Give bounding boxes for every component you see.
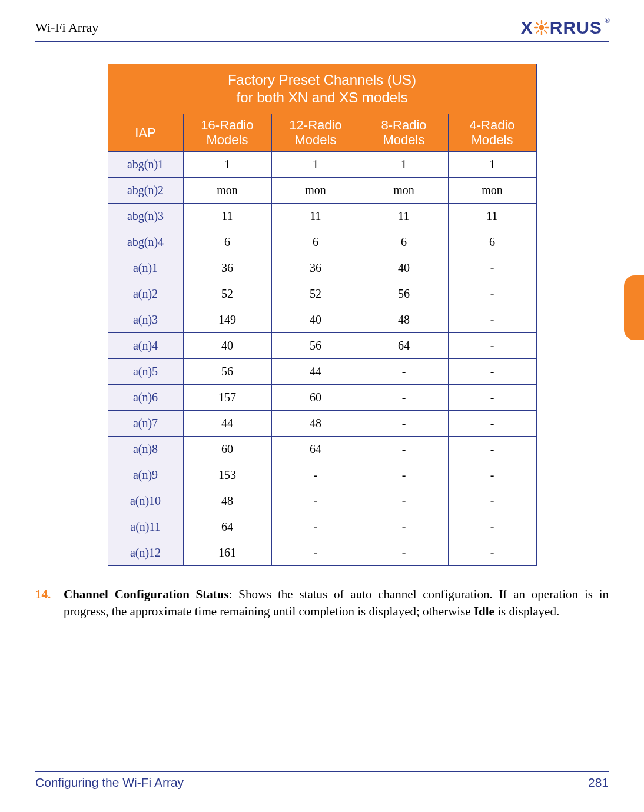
brand-logo: X: [521, 18, 609, 38]
cell: mon: [360, 177, 448, 203]
cell: -: [448, 462, 536, 488]
cell: -: [448, 540, 536, 565]
table-row: a(n)74448--: [108, 410, 536, 436]
cell: -: [360, 488, 448, 514]
cell: -: [448, 281, 536, 307]
col-4: 4-RadioModels: [448, 114, 536, 152]
row-iap: abg(n)1: [108, 151, 183, 177]
cell: 64: [183, 514, 271, 540]
cell: 149: [183, 307, 271, 332]
cell: -: [448, 384, 536, 410]
cell: 6: [271, 229, 360, 255]
table-row: a(n)4405664-: [108, 332, 536, 358]
row-iap: a(n)10: [108, 488, 183, 514]
burst-icon: [534, 20, 549, 35]
table-row: a(n)1048---: [108, 488, 536, 514]
row-iap: a(n)12: [108, 540, 183, 565]
cell: -: [360, 462, 448, 488]
table-row: a(n)31494048-: [108, 307, 536, 332]
cell: -: [360, 436, 448, 462]
cell: -: [271, 488, 360, 514]
svg-line-6: [545, 31, 547, 33]
cell: 64: [360, 332, 448, 358]
cell: -: [271, 540, 360, 565]
cell: 48: [360, 307, 448, 332]
cell: 36: [183, 255, 271, 281]
table-row: abg(n)2monmonmonmon: [108, 177, 536, 203]
cell: 64: [271, 436, 360, 462]
svg-line-5: [536, 23, 539, 25]
cell: 1: [183, 151, 271, 177]
list-text: Channel Configuration Status: Shows the …: [64, 586, 609, 621]
cell: -: [448, 307, 536, 332]
cell: 1: [271, 151, 360, 177]
cell: -: [360, 410, 448, 436]
cell: 11: [271, 203, 360, 229]
cell: -: [271, 462, 360, 488]
cell: 52: [183, 281, 271, 307]
list-number: 14.: [35, 586, 64, 621]
col-16: 16-RadioModels: [183, 114, 271, 152]
cell: -: [448, 332, 536, 358]
cell: 11: [360, 203, 448, 229]
cell: -: [448, 358, 536, 384]
cell: 48: [271, 410, 360, 436]
col-iap: IAP: [108, 114, 183, 152]
table-row: a(n)55644--: [108, 358, 536, 384]
row-iap: a(n)11: [108, 514, 183, 540]
table-row: a(n)615760--: [108, 384, 536, 410]
cell: mon: [271, 177, 360, 203]
cell: -: [448, 514, 536, 540]
row-iap: a(n)8: [108, 436, 183, 462]
row-iap: a(n)5: [108, 358, 183, 384]
col-12: 12-RadioModels: [271, 114, 360, 152]
row-iap: a(n)7: [108, 410, 183, 436]
footer-page-number: 281: [588, 776, 609, 790]
cell: 44: [271, 358, 360, 384]
cell: 44: [183, 410, 271, 436]
row-iap: a(n)1: [108, 255, 183, 281]
table-row: abg(n)311111111: [108, 203, 536, 229]
cell: 40: [360, 255, 448, 281]
page-header: Wi-Fi Array X: [35, 18, 609, 38]
cell: 1: [448, 151, 536, 177]
cell: -: [448, 488, 536, 514]
cell: mon: [448, 177, 536, 203]
list-item-14: 14. Channel Configuration Status: Shows …: [35, 586, 609, 621]
cell: 60: [271, 384, 360, 410]
logo-text-right: RRUS: [550, 18, 602, 38]
cell: 48: [183, 488, 271, 514]
channel-table: Factory Preset Channels (US) for both XN…: [108, 64, 537, 566]
registered-icon: ®: [605, 16, 610, 25]
cell: -: [360, 384, 448, 410]
table-body: abg(n)11111abg(n)2monmonmonmonabg(n)3111…: [108, 151, 536, 565]
cell: 153: [183, 462, 271, 488]
row-iap: a(n)3: [108, 307, 183, 332]
cell: -: [360, 540, 448, 565]
table-row: a(n)12161---: [108, 540, 536, 565]
row-iap: abg(n)2: [108, 177, 183, 203]
svg-line-8: [536, 31, 539, 33]
cell: 40: [271, 307, 360, 332]
table-row: a(n)86064--: [108, 436, 536, 462]
table-row: abg(n)46666: [108, 229, 536, 255]
cell: 157: [183, 384, 271, 410]
cell: 52: [271, 281, 360, 307]
table-row: a(n)2525256-: [108, 281, 536, 307]
cell: 56: [271, 332, 360, 358]
cell: -: [448, 255, 536, 281]
cell: -: [448, 410, 536, 436]
cell: -: [448, 436, 536, 462]
cell: -: [271, 514, 360, 540]
cell: -: [360, 514, 448, 540]
row-iap: a(n)4: [108, 332, 183, 358]
cell: -: [360, 358, 448, 384]
table-row: a(n)1363640-: [108, 255, 536, 281]
col-8: 8-RadioModels: [360, 114, 448, 152]
svg-line-7: [545, 23, 547, 25]
cell: 161: [183, 540, 271, 565]
cell: 56: [183, 358, 271, 384]
table-title: Factory Preset Channels (US) for both XN…: [108, 64, 536, 114]
footer-section: Configuring the Wi-Fi Array: [35, 776, 184, 790]
footer-divider: [35, 771, 609, 772]
